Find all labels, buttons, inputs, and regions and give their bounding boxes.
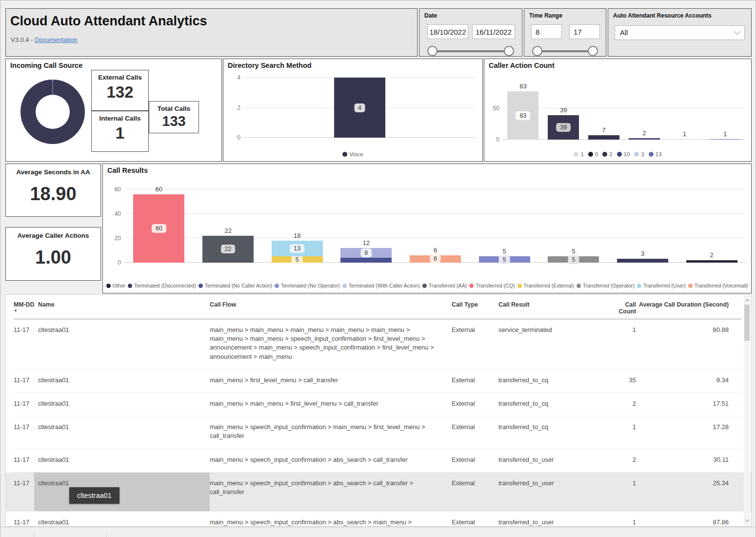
date-slider-handle-start[interactable] bbox=[427, 46, 438, 56]
bar[interactable]: 83 bbox=[507, 91, 538, 140]
bar-data-label: 5 bbox=[568, 255, 579, 264]
legend-item[interactable]: Transferred (User) bbox=[637, 283, 686, 289]
column-header-call-count[interactable]: Call Count bbox=[609, 301, 638, 315]
column-header-avg-duration[interactable]: Average Call Duration (Second) bbox=[638, 301, 731, 308]
bar-segment[interactable]: 8 bbox=[340, 248, 392, 258]
bar-data-label: 83 bbox=[516, 111, 530, 120]
legend-item[interactable]: 0 bbox=[588, 151, 598, 157]
bar-segment[interactable] bbox=[617, 259, 668, 263]
table-row[interactable]: 11-17cltestraa01main_menu > speech_input… bbox=[14, 416, 741, 449]
legend-item[interactable]: Other bbox=[106, 283, 126, 289]
legend-item[interactable]: Terminated (No Operator) bbox=[275, 283, 340, 289]
legend-item[interactable]: 13 bbox=[649, 151, 662, 157]
bar[interactable]: 5 bbox=[548, 256, 599, 263]
bar-segment[interactable]: 4 bbox=[334, 78, 385, 138]
bar-segment[interactable] bbox=[710, 139, 741, 140]
legend-item[interactable]: Transferred (AA) bbox=[422, 283, 467, 289]
column-header-date[interactable]: MM-DD ▼ bbox=[14, 301, 38, 313]
documentation-link[interactable]: Documentation bbox=[35, 36, 77, 43]
bar[interactable]: 6 bbox=[410, 255, 461, 263]
time-slider-handle-end[interactable] bbox=[588, 46, 598, 56]
scrollbar-thumb[interactable] bbox=[744, 305, 750, 341]
bar-segment[interactable] bbox=[629, 138, 660, 140]
time-end-input[interactable] bbox=[569, 24, 600, 39]
legend-label: 3 bbox=[641, 151, 644, 157]
legend-label: Transferred (User) bbox=[643, 283, 686, 289]
date-end-input[interactable] bbox=[472, 24, 515, 39]
legend-dot-icon bbox=[128, 284, 132, 288]
bar-segment[interactable]: 5 bbox=[272, 256, 323, 263]
bar[interactable]: 60 bbox=[133, 194, 184, 263]
bar-segment[interactable]: 39 bbox=[548, 115, 579, 140]
cell-call-type: External bbox=[452, 399, 498, 408]
table-row[interactable]: 11-17cltestraa01main_menu > speech_input… bbox=[6, 473, 751, 512]
bar-segment[interactable] bbox=[340, 258, 392, 263]
bar-segment[interactable]: 13 bbox=[272, 241, 323, 257]
bar-segment[interactable] bbox=[588, 135, 619, 140]
bar[interactable] bbox=[629, 138, 660, 140]
bar[interactable] bbox=[669, 139, 700, 140]
table-scrollbar[interactable] bbox=[744, 296, 750, 525]
cell-name: cltestraa01 bbox=[38, 376, 210, 385]
legend-label: Transferred (Voicemail) bbox=[695, 283, 748, 289]
bar-value-label: 7 bbox=[602, 126, 605, 134]
bar[interactable] bbox=[617, 259, 668, 263]
bar[interactable]: 8 bbox=[340, 248, 392, 263]
bar-segment[interactable] bbox=[669, 139, 700, 140]
bar-segment[interactable]: 5 bbox=[479, 256, 530, 263]
date-start-input[interactable] bbox=[427, 24, 468, 39]
time-start-input[interactable] bbox=[531, 24, 562, 39]
table-row[interactable]: 11-17cltestraa01main_menu > main_menu > … bbox=[14, 319, 741, 370]
bar[interactable]: 39 bbox=[548, 115, 579, 140]
table-row[interactable]: 11-17cltestraa01main_menu > first_level_… bbox=[14, 370, 741, 393]
table-row[interactable]: 11-17cltestraa01main_menu > speech_input… bbox=[14, 512, 741, 527]
legend-item[interactable]: Terminated (No Caller Action) bbox=[199, 283, 272, 289]
date-slider-handle-end[interactable] bbox=[504, 46, 514, 56]
bar[interactable] bbox=[686, 260, 737, 263]
bar-segment[interactable]: 5 bbox=[548, 256, 599, 263]
cell-call-count: 35 bbox=[609, 376, 638, 385]
table-row[interactable]: 11-17cltestraa01main_menu > speech_input… bbox=[14, 449, 741, 473]
column-header-name[interactable]: Name bbox=[38, 301, 210, 308]
legend-item[interactable]: Terminated (Disconnected) bbox=[128, 283, 196, 289]
scroll-up-icon[interactable] bbox=[744, 297, 750, 304]
bar[interactable]: 4 bbox=[334, 78, 385, 138]
legend-item[interactable]: Terminated (With Caller Action) bbox=[342, 283, 420, 289]
table-row[interactable]: 11-17cltestraa01main_menu > main_menu > … bbox=[14, 393, 741, 416]
bar-segment[interactable]: 22 bbox=[202, 236, 254, 263]
scroll-down-icon[interactable] bbox=[744, 517, 750, 524]
legend-item[interactable]: Transferred (Operator) bbox=[577, 283, 635, 289]
accounts-dropdown[interactable]: All bbox=[615, 25, 745, 40]
column-header-call-result[interactable]: Call Result bbox=[498, 301, 609, 308]
cell-name: cltestraa01 bbox=[38, 518, 210, 527]
legend-item[interactable]: 3 bbox=[634, 151, 644, 157]
column-header-call-flow[interactable]: Call Flow bbox=[210, 301, 452, 308]
legend-item[interactable]: Voice bbox=[342, 151, 363, 157]
legend-item[interactable]: Transferred (External) bbox=[517, 283, 574, 289]
legend-label: 1 bbox=[580, 151, 583, 157]
bar[interactable]: 5 bbox=[479, 256, 530, 263]
cell-name: cltestraa01 bbox=[38, 423, 210, 440]
legend-item[interactable]: 1 bbox=[574, 151, 583, 157]
bar[interactable] bbox=[588, 135, 619, 140]
legend-dot-icon bbox=[634, 152, 639, 157]
chart-legend: Voice bbox=[223, 151, 482, 157]
legend-item[interactable]: 10 bbox=[617, 151, 630, 157]
legend-item[interactable]: Transferred (CQ) bbox=[469, 283, 515, 289]
total-calls-label: Total Calls bbox=[149, 105, 199, 112]
legend-label: 10 bbox=[624, 151, 630, 157]
bar-segment[interactable]: 6 bbox=[410, 255, 461, 263]
legend-item[interactable]: Transferred (Voicemail) bbox=[688, 283, 748, 289]
time-slider-handle-start[interactable] bbox=[532, 46, 542, 56]
bar-segment[interactable] bbox=[686, 260, 737, 263]
bar[interactable] bbox=[710, 139, 741, 140]
time-range-filter-panel: Time Range bbox=[524, 8, 606, 57]
cell-call-type: External bbox=[452, 423, 498, 440]
bar-segment[interactable]: 83 bbox=[507, 91, 538, 140]
bar[interactable]: 22 bbox=[202, 236, 254, 263]
legend-item[interactable]: 2 bbox=[602, 151, 612, 157]
bar[interactable]: 513 bbox=[272, 241, 323, 263]
bars-row: 606022221851312866555532 bbox=[124, 186, 746, 263]
column-header-call-type[interactable]: Call Type bbox=[452, 301, 498, 308]
bar-segment[interactable]: 60 bbox=[133, 194, 184, 263]
